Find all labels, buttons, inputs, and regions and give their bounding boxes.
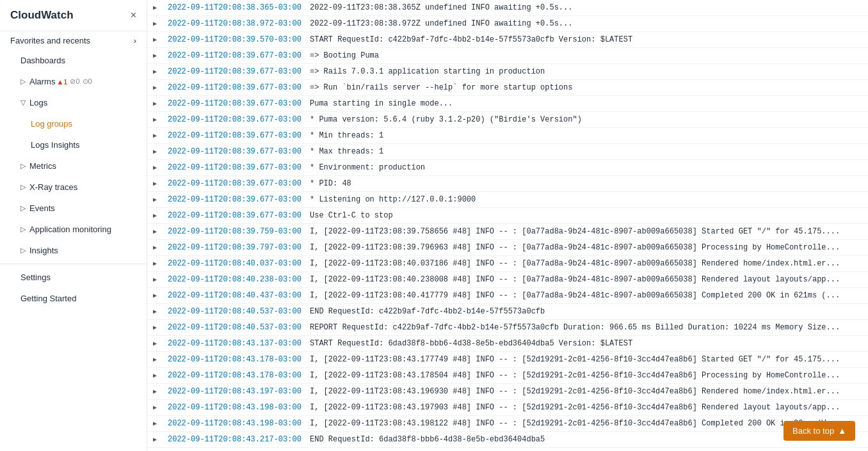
sidebar-item-metrics[interactable]: ▷ Metrics bbox=[0, 155, 147, 177]
table-row[interactable]: ▶2022-09-11T20:08:39.677-03:00* Puma ver… bbox=[147, 112, 868, 128]
sidebar-item-alarms[interactable]: ▷ Alarms ▲1 ⊘0 ⊙0 bbox=[0, 71, 147, 92]
log-timestamp[interactable]: 2022-09-11T20:08:40.238-03:00 bbox=[163, 274, 310, 285]
log-timestamp[interactable]: 2022-09-11T20:08:43.217-03:00 bbox=[163, 434, 310, 445]
table-row[interactable]: ▶2022-09-11T20:08:39.797-03:00I, [2022-0… bbox=[147, 240, 868, 256]
log-timestamp[interactable]: 2022-09-11T20:08:39.797-03:00 bbox=[163, 242, 310, 253]
sidebar-item-app-monitoring[interactable]: ▷ Application monitoring bbox=[0, 219, 147, 240]
log-timestamp[interactable]: 2022-09-11T20:08:43.198-03:00 bbox=[163, 402, 310, 413]
table-row[interactable]: ▶2022-09-11T20:08:43.197-03:00I, [2022-0… bbox=[147, 384, 868, 400]
row-expand-icon[interactable]: ▶ bbox=[147, 274, 163, 285]
row-expand-icon[interactable]: ▶ bbox=[147, 418, 163, 429]
sidebar-item-logs-insights[interactable]: Logs Insights bbox=[0, 134, 147, 155]
sidebar-item-insights[interactable]: ▷ Insights bbox=[0, 240, 147, 261]
row-expand-icon[interactable]: ▶ bbox=[147, 66, 163, 77]
table-row[interactable]: ▶2022-09-11T20:08:39.677-03:00=> Run `bi… bbox=[147, 80, 868, 96]
log-timestamp[interactable]: 2022-09-11T20:08:39.677-03:00 bbox=[163, 162, 310, 173]
table-row[interactable]: ▶2022-09-11T20:08:43.217-03:00END Reques… bbox=[147, 432, 868, 448]
log-timestamp[interactable]: 2022-09-11T20:08:39.677-03:00 bbox=[163, 66, 310, 77]
row-expand-icon[interactable]: ▶ bbox=[147, 290, 163, 301]
row-expand-icon[interactable]: ▶ bbox=[147, 322, 163, 333]
sidebar-item-events[interactable]: ▷ Events bbox=[0, 198, 147, 219]
log-timestamp[interactable]: 2022-09-11T20:08:43.137-03:00 bbox=[163, 338, 310, 349]
sidebar-item-xray[interactable]: ▷ X-Ray traces bbox=[0, 177, 147, 198]
log-table[interactable]: ▶2022-09-11T20:08:38.365-03:002022-09-11… bbox=[147, 0, 868, 451]
table-row[interactable]: ▶2022-09-11T20:08:39.570-03:00START Requ… bbox=[147, 32, 868, 48]
table-row[interactable]: ▶2022-09-11T20:08:40.238-03:00I, [2022-0… bbox=[147, 272, 868, 288]
sidebar-item-settings[interactable]: Settings bbox=[0, 267, 147, 288]
log-timestamp[interactable]: 2022-09-11T20:08:39.677-03:00 bbox=[163, 210, 310, 221]
table-row[interactable]: ▶2022-09-11T20:08:43.198-03:00I, [2022-0… bbox=[147, 400, 868, 416]
table-row[interactable]: ▶2022-09-11T20:08:43.137-03:00START Requ… bbox=[147, 336, 868, 352]
log-timestamp[interactable]: 2022-09-11T20:08:39.677-03:00 bbox=[163, 50, 310, 61]
row-expand-icon[interactable]: ▶ bbox=[147, 18, 163, 29]
table-row[interactable]: ▶2022-09-11T20:08:43.217-03:00REPORT Req… bbox=[147, 448, 868, 451]
table-row[interactable]: ▶2022-09-11T20:08:40.437-03:00I, [2022-0… bbox=[147, 288, 868, 304]
row-expand-icon[interactable]: ▶ bbox=[147, 2, 163, 13]
log-timestamp[interactable]: 2022-09-11T20:08:39.677-03:00 bbox=[163, 146, 310, 157]
close-icon[interactable]: × bbox=[131, 10, 136, 21]
log-timestamp[interactable]: 2022-09-11T20:08:39.570-03:00 bbox=[163, 34, 310, 45]
row-expand-icon[interactable]: ▶ bbox=[147, 386, 163, 397]
sidebar-item-getting-started[interactable]: Getting Started bbox=[0, 288, 147, 309]
table-row[interactable]: ▶2022-09-11T20:08:43.178-03:00I, [2022-0… bbox=[147, 368, 868, 384]
table-row[interactable]: ▶2022-09-11T20:08:40.537-03:00END Reques… bbox=[147, 304, 868, 320]
row-expand-icon[interactable]: ▶ bbox=[147, 370, 163, 381]
sidebar-item-logs[interactable]: ▽ Logs bbox=[0, 92, 147, 113]
table-row[interactable]: ▶2022-09-11T20:08:39.677-03:00* Min thre… bbox=[147, 128, 868, 144]
row-expand-icon[interactable]: ▶ bbox=[147, 354, 163, 365]
row-expand-icon[interactable]: ▶ bbox=[147, 130, 163, 141]
log-timestamp[interactable]: 2022-09-11T20:08:40.437-03:00 bbox=[163, 290, 310, 301]
log-timestamp[interactable]: 2022-09-11T20:08:40.537-03:00 bbox=[163, 322, 310, 333]
table-row[interactable]: ▶2022-09-11T20:08:39.677-03:00* Listenin… bbox=[147, 192, 868, 208]
row-expand-icon[interactable]: ▶ bbox=[147, 402, 163, 413]
row-expand-icon[interactable]: ▶ bbox=[147, 146, 163, 157]
log-timestamp[interactable]: 2022-09-11T20:08:43.197-03:00 bbox=[163, 386, 310, 397]
row-expand-icon[interactable]: ▶ bbox=[147, 306, 163, 317]
table-row[interactable]: ▶2022-09-11T20:08:39.677-03:00Puma start… bbox=[147, 96, 868, 112]
table-row[interactable]: ▶2022-09-11T20:08:40.537-03:00REPORT Req… bbox=[147, 320, 868, 336]
row-expand-icon[interactable]: ▶ bbox=[147, 210, 163, 221]
table-row[interactable]: ▶2022-09-11T20:08:39.759-03:00I, [2022-0… bbox=[147, 224, 868, 240]
table-row[interactable]: ▶2022-09-11T20:08:38.365-03:002022-09-11… bbox=[147, 0, 868, 16]
table-row[interactable]: ▶2022-09-11T20:08:39.677-03:00Use Ctrl-C… bbox=[147, 208, 868, 224]
sidebar-item-log-groups[interactable]: Log groups bbox=[0, 113, 147, 134]
log-timestamp[interactable]: 2022-09-11T20:08:43.198-03:00 bbox=[163, 418, 310, 429]
back-to-top-button[interactable]: Back to top ▲ bbox=[784, 421, 855, 441]
log-timestamp[interactable]: 2022-09-11T20:08:39.677-03:00 bbox=[163, 82, 310, 93]
table-row[interactable]: ▶2022-09-11T20:08:39.677-03:00* PID: 48 bbox=[147, 176, 868, 192]
log-timestamp[interactable]: 2022-09-11T20:08:38.365-03:00 bbox=[163, 2, 310, 13]
log-timestamp[interactable]: 2022-09-11T20:08:40.037-03:00 bbox=[163, 258, 310, 269]
row-expand-icon[interactable]: ▶ bbox=[147, 98, 163, 109]
table-row[interactable]: ▶2022-09-11T20:08:39.677-03:00* Environm… bbox=[147, 160, 868, 176]
row-expand-icon[interactable]: ▶ bbox=[147, 194, 163, 205]
log-timestamp[interactable]: 2022-09-11T20:08:38.972-03:00 bbox=[163, 18, 310, 29]
table-row[interactable]: ▶2022-09-11T20:08:39.677-03:00* Max thre… bbox=[147, 144, 868, 160]
sidebar-item-favorites[interactable]: Favorites and recents › bbox=[0, 31, 147, 50]
table-row[interactable]: ▶2022-09-11T20:08:39.677-03:00=> Rails 7… bbox=[147, 64, 868, 80]
table-row[interactable]: ▶2022-09-11T20:08:43.178-03:00I, [2022-0… bbox=[147, 352, 868, 368]
log-timestamp[interactable]: 2022-09-11T20:08:39.677-03:00 bbox=[163, 130, 310, 141]
row-expand-icon[interactable]: ▶ bbox=[147, 162, 163, 173]
row-expand-icon[interactable]: ▶ bbox=[147, 226, 163, 237]
log-timestamp[interactable]: 2022-09-11T20:08:39.759-03:00 bbox=[163, 226, 310, 237]
table-row[interactable]: ▶2022-09-11T20:08:39.677-03:00=> Booting… bbox=[147, 48, 868, 64]
log-timestamp[interactable]: 2022-09-11T20:08:43.178-03:00 bbox=[163, 370, 310, 381]
log-timestamp[interactable]: 2022-09-11T20:08:43.178-03:00 bbox=[163, 354, 310, 365]
row-expand-icon[interactable]: ▶ bbox=[147, 242, 163, 253]
log-timestamp[interactable]: 2022-09-11T20:08:39.677-03:00 bbox=[163, 178, 310, 189]
log-timestamp[interactable]: 2022-09-11T20:08:40.537-03:00 bbox=[163, 306, 310, 317]
row-expand-icon[interactable]: ▶ bbox=[147, 178, 163, 189]
row-expand-icon[interactable]: ▶ bbox=[147, 258, 163, 269]
table-row[interactable]: ▶2022-09-11T20:08:43.198-03:00I, [2022-0… bbox=[147, 416, 868, 432]
row-expand-icon[interactable]: ▶ bbox=[147, 338, 163, 349]
row-expand-icon[interactable]: ▶ bbox=[147, 114, 163, 125]
sidebar-item-dashboards[interactable]: Dashboards bbox=[0, 50, 147, 71]
log-timestamp[interactable]: 2022-09-11T20:08:39.677-03:00 bbox=[163, 98, 310, 109]
log-timestamp[interactable]: 2022-09-11T20:08:39.677-03:00 bbox=[163, 114, 310, 125]
row-expand-icon[interactable]: ▶ bbox=[147, 50, 163, 61]
row-expand-icon[interactable]: ▶ bbox=[147, 34, 163, 45]
row-expand-icon[interactable]: ▶ bbox=[147, 434, 163, 445]
table-row[interactable]: ▶2022-09-11T20:08:38.972-03:002022-09-11… bbox=[147, 16, 868, 32]
row-expand-icon[interactable]: ▶ bbox=[147, 82, 163, 93]
log-timestamp[interactable]: 2022-09-11T20:08:39.677-03:00 bbox=[163, 194, 310, 205]
